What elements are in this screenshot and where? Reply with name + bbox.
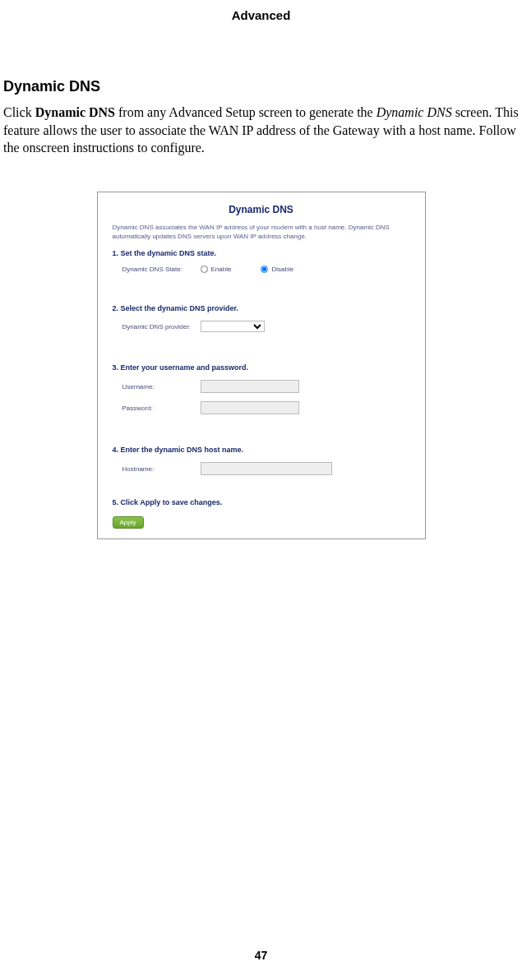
dns-state-row: Dynamic DNS State: Enable Disable [113,264,410,275]
config-screenshot: Dynamic DNS Dynamic DNS associates the W… [97,192,426,540]
enable-option[interactable]: Enable [201,266,232,273]
hostname-field[interactable] [201,462,332,475]
body-paragraph: Click Dynamic DNS from any Advanced Setu… [3,104,519,157]
enable-radio[interactable] [201,266,208,273]
password-label: Password: [122,404,201,412]
step3-heading: 3. Enter your username and password. [113,363,410,372]
provider-row: Dynamic DNS provider: [113,319,410,334]
page-number: 47 [0,949,522,962]
step1-heading: 1. Set the dynamic DNS state. [113,249,410,257]
text-bold: Dynamic DNS [35,105,115,119]
disable-radio[interactable] [261,266,268,273]
username-label: Username: [122,383,201,391]
provider-label: Dynamic DNS provider: [122,323,201,331]
text-part: Click [3,105,35,119]
password-row: Password: [113,400,410,416]
header-title: Advanced [232,8,291,22]
step2-heading: 2. Select the dynamic DNS provider. [113,304,410,312]
username-row: Username: [113,378,410,395]
disable-label: Disable [271,266,293,273]
disable-option[interactable]: Disable [261,266,293,273]
enable-label: Enable [211,266,232,273]
text-part: from any Advanced Setup screen to genera… [115,105,376,119]
apply-button[interactable]: Apply [113,516,144,529]
hostname-label: Hostname: [122,465,201,473]
step4-heading: 4. Enter the dynamic DNS host name. [113,446,410,454]
username-field[interactable] [201,380,299,393]
screenshot-title: Dynamic DNS [113,204,410,215]
dns-state-label: Dynamic DNS State: [122,266,201,273]
page-header: Advanced [0,0,522,22]
step5-heading: 5. Click Apply to save changes. [113,498,410,506]
hostname-row: Hostname: [113,460,410,477]
password-field[interactable] [201,401,299,414]
text-italic: Dynamic DNS [376,105,452,119]
provider-select[interactable] [201,321,265,332]
section-heading: Dynamic DNS [3,78,519,95]
screenshot-description: Dynamic DNS associates the WAN IP addres… [113,224,410,242]
